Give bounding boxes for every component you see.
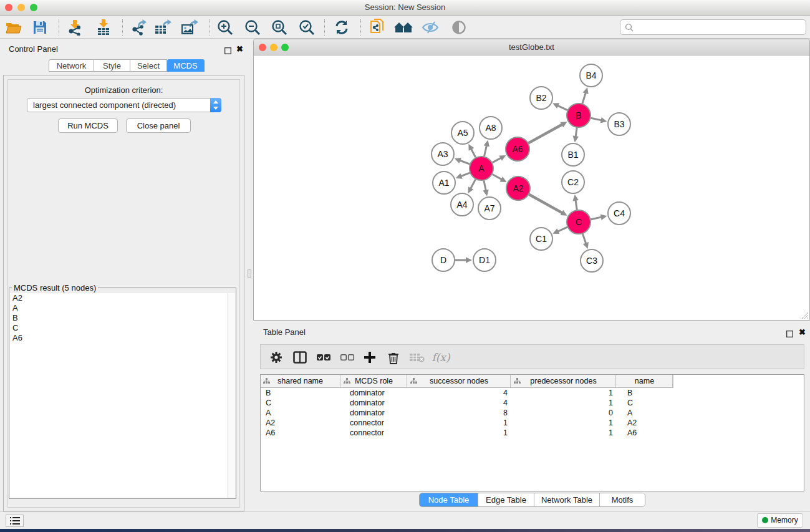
node-label-A3: A3 [437,149,448,159]
edge-A-A8[interactable] [484,145,486,156]
copy-network-button[interactable] [367,18,388,37]
edge-A-A5[interactable] [471,148,476,158]
table-row-C[interactable]: Cdominator41C [261,399,804,409]
edge-A-A7[interactable] [484,181,486,191]
tab-node-table[interactable]: Node Table [420,493,478,506]
refresh-button[interactable] [331,18,352,37]
table-panel: Table Panel ✖ f(x) [253,324,810,511]
application-window: Session: New Session [0,0,810,532]
edge-B-B1[interactable] [576,128,577,137]
edge-C-C3[interactable] [582,234,586,244]
tab-mcds[interactable]: MCDS [167,59,205,72]
tab-select[interactable]: Select [130,59,167,72]
export-network-button[interactable] [128,18,149,37]
node-label-C2: C2 [567,177,579,187]
tab-style[interactable]: Style [94,59,130,72]
show-columns-icon[interactable] [291,348,309,367]
import-table-button[interactable] [93,18,114,37]
tab-edge-table[interactable]: Edge Table [478,493,534,506]
mcds-result-scrollbar[interactable] [228,293,235,498]
mcds-tab-content: Optimization criterion: largest connecte… [3,75,244,511]
column-header-successor-nodes[interactable]: successor nodes [408,375,511,387]
edge-A-A4[interactable] [470,180,475,190]
select-all-icon[interactable] [314,348,333,367]
edge-A-A3[interactable] [459,160,470,164]
edge-C-C1[interactable] [557,227,567,231]
import-network-button[interactable] [64,18,85,37]
export-table-button[interactable] [152,18,173,37]
network-window-title: testGlobe.txt [254,42,809,52]
cell: A6 [617,428,673,438]
table-float-icon[interactable] [786,329,793,340]
zoom-out-button[interactable] [242,18,263,37]
column-header-predecessor-nodes[interactable]: predecessor nodes [511,375,616,387]
edge-C-C4[interactable] [591,217,602,220]
memory-button[interactable]: Memory [757,513,803,528]
column-header-name[interactable]: name [617,375,673,387]
table-row-A2[interactable]: A2connector11A2 [261,418,804,428]
resize-grip-icon[interactable] [801,312,809,319]
tab-motifs[interactable]: Motifs [599,493,645,506]
column-header-MCDS-role[interactable]: MCDS role [341,375,407,387]
mcds-result-item[interactable]: C [10,323,228,333]
delete-column-icon[interactable] [384,348,403,367]
mcds-result-item[interactable]: A [10,303,228,313]
node-label-C4: C4 [614,208,625,218]
node-table-header: shared nameMCDS rolesuccessor nodesprede… [261,375,673,388]
table-row-B[interactable]: Bdominator41B [261,389,804,399]
edge-A-A2[interactable] [493,175,503,180]
open-session-button[interactable] [3,18,24,37]
mcds-result-item[interactable]: A2 [10,293,228,303]
zoom-selected-button[interactable] [296,18,317,37]
node-label-A: A [478,163,485,173]
table-close-icon[interactable]: ✖ [799,327,806,337]
zoom-in-button[interactable] [215,18,236,37]
float-panel-icon[interactable] [224,46,231,57]
show-eye-button[interactable] [448,18,470,37]
node-label-C1: C1 [536,234,547,244]
arrowhead-C-C3 [583,242,589,249]
mcds-result-list[interactable]: A2ABCA6 [10,293,228,498]
arrowhead-A-A7 [483,190,488,196]
cell: A2 [617,418,673,428]
tab-network[interactable]: Network [49,59,94,72]
task-history-button[interactable] [6,515,24,527]
hide-eye-button[interactable] [420,18,441,37]
search-input[interactable] [620,19,806,35]
export-image-button[interactable] [179,18,200,37]
cell: dominator [341,389,407,399]
edge-C-C2[interactable] [576,200,577,210]
optimization-criterion-select[interactable]: largest connected component (directed) [27,98,221,112]
close-panel-button[interactable]: Close panel [126,118,191,133]
table-row-A6[interactable]: A6connector11A6 [261,428,804,438]
tab-network-table[interactable]: Network Table [534,493,599,506]
deselect-all-icon[interactable] [338,348,357,367]
save-session-button[interactable] [29,18,51,37]
home-button[interactable] [393,18,414,37]
edge-B-B2[interactable] [557,105,567,110]
table-row-A[interactable]: Adominator80A [261,409,804,418]
mcds-result-item[interactable]: B [10,313,228,323]
close-panel-icon[interactable]: ✖ [236,44,243,54]
zoom-fit-button[interactable] [269,18,290,37]
edge-A6-B[interactable] [529,124,563,143]
edge-A-A6[interactable] [493,158,502,163]
cell: connector [341,428,407,438]
edge-B-B3[interactable] [591,118,602,120]
mcds-result-item[interactable]: A6 [10,333,228,343]
table-settings-gear-icon[interactable] [267,348,286,367]
edge-A-A1[interactable] [460,173,470,177]
network-graph-canvas[interactable]: B4B2BB3A8A5A6A3B1AA1A2C2A4A7CC4C1C3DD1 [254,56,809,320]
splitter-handle[interactable] [248,269,251,278]
edge-B-B4[interactable] [582,92,586,104]
select-stepper-icon [210,98,221,112]
delete-table-icon[interactable] [408,348,427,367]
main-titlebar[interactable]: Session: New Session [0,0,810,16]
column-header-shared-name[interactable]: shared name [261,375,340,387]
network-window-titlebar[interactable]: testGlobe.txt [254,39,809,56]
run-mcds-button[interactable]: Run MCDS [58,118,118,133]
main-toolbar [0,16,810,39]
add-column-icon[interactable] [360,348,379,367]
node-label-A5: A5 [457,128,468,138]
edge-A2-C[interactable] [529,195,562,213]
